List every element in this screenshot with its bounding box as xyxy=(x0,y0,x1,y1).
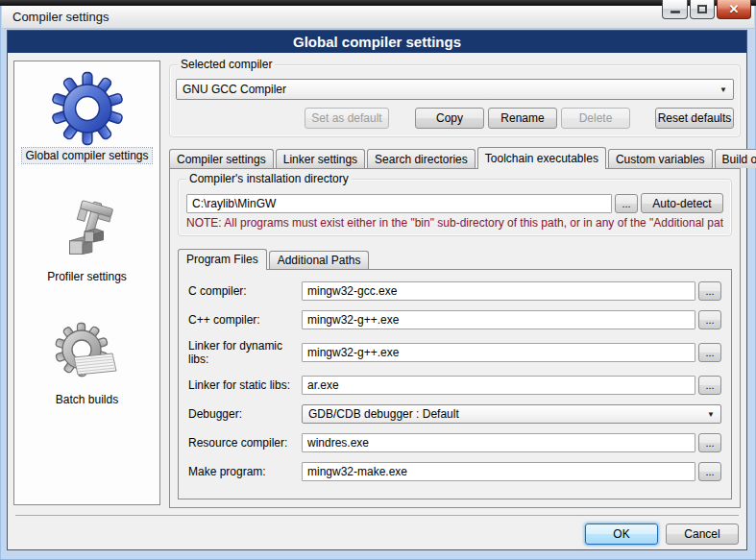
resource-compiler-input[interactable] xyxy=(302,433,695,452)
static-linker-browse-button[interactable]: ... xyxy=(698,376,721,395)
tab-linker-settings[interactable]: Linker settings xyxy=(276,149,365,168)
set-as-default-button[interactable]: Set as default xyxy=(305,108,389,129)
chevron-down-icon: ▼ xyxy=(701,410,715,419)
compiler-settings-window: Compiler settings ✕ Global compiler sett… xyxy=(0,0,756,560)
chevron-down-icon: ▼ xyxy=(714,85,727,94)
reset-defaults-button[interactable]: Reset defaults xyxy=(655,108,734,129)
sidebar-item-label: Profiler settings xyxy=(44,269,130,284)
window-title: Compiler settings xyxy=(12,10,109,24)
cpp-compiler-row: C++ compiler: ... xyxy=(188,310,721,329)
cpp-compiler-browse-button[interactable]: ... xyxy=(698,310,721,329)
tab-compiler-settings[interactable]: Compiler settings xyxy=(169,149,274,168)
ok-button[interactable]: OK xyxy=(585,523,658,545)
dialog-body: Global compiler settings xyxy=(8,59,746,507)
minimize-icon xyxy=(671,11,680,13)
toolchain-executables-panel: Compiler's installation directory ... Au… xyxy=(169,168,741,508)
caliper-icon xyxy=(53,200,120,267)
settings-content: Selected compiler GNU GCC Compiler ▼ Set… xyxy=(169,59,741,507)
make-program-label: Make program: xyxy=(188,465,302,478)
programs-subtabbar: Program Files Additional Paths xyxy=(178,248,732,269)
dynamic-linker-input[interactable] xyxy=(302,343,695,362)
c-compiler-input[interactable] xyxy=(302,281,695,301)
subtab-additional-paths[interactable]: Additional Paths xyxy=(269,251,370,269)
c-compiler-row: C compiler: ... xyxy=(188,281,721,301)
tab-build-options[interactable]: Build options xyxy=(715,149,756,168)
dynamic-linker-label: Linker for dynamic libs: xyxy=(188,339,302,366)
rename-button[interactable]: Rename xyxy=(488,108,557,129)
compiler-combobox-value: GNU GCC Compiler xyxy=(183,83,714,96)
titlebar[interactable]: Compiler settings xyxy=(2,6,754,29)
auto-detect-button[interactable]: Auto-detect xyxy=(641,193,723,213)
make-program-input[interactable] xyxy=(302,462,695,481)
cpp-compiler-input[interactable] xyxy=(302,310,695,329)
static-linker-label: Linker for static libs: xyxy=(188,378,302,392)
debugger-row: Debugger: GDB/CDB debugger : Default ▼ xyxy=(188,404,721,424)
installation-directory-input[interactable] xyxy=(186,194,612,213)
dynamic-linker-browse-button[interactable]: ... xyxy=(698,343,721,362)
cpp-compiler-label: C++ compiler: xyxy=(188,313,302,327)
sidebar-item-batch-builds[interactable]: Batch builds xyxy=(53,321,122,407)
page-title-banner: Global compiler settings xyxy=(8,31,746,53)
page-title: Global compiler settings xyxy=(293,34,461,50)
static-linker-input[interactable] xyxy=(302,376,695,395)
sidebar-item-global-compiler-settings[interactable]: Global compiler settings xyxy=(22,71,151,163)
copy-button[interactable]: Copy xyxy=(415,108,484,129)
resource-compiler-label: Resource compiler: xyxy=(188,436,302,450)
tab-toolchain-executables[interactable]: Toolchain executables xyxy=(477,147,606,169)
gear-stack-icon xyxy=(53,321,122,390)
installation-note: NOTE: All programs must exist either in … xyxy=(186,216,723,230)
compiler-combobox[interactable]: GNU GCC Compiler ▼ xyxy=(176,79,734,100)
compiler-actions: Set as default Copy Rename Delete Reset … xyxy=(176,108,734,129)
selected-compiler-group-label: Selected compiler xyxy=(178,58,275,71)
close-icon: ✕ xyxy=(729,2,740,16)
make-program-browse-button[interactable]: ... xyxy=(698,462,721,481)
gear-blue-icon xyxy=(50,71,125,146)
settings-tabbar: Compiler settings Linker settings Search… xyxy=(169,147,741,168)
minimize-button[interactable] xyxy=(662,0,688,19)
tab-custom-variables[interactable]: Custom variables xyxy=(608,149,713,168)
resource-compiler-browse-button[interactable]: ... xyxy=(698,433,721,452)
debugger-combobox-value: GDB/CDB debugger : Default xyxy=(308,407,701,421)
selected-compiler-group: Selected compiler GNU GCC Compiler ▼ Set… xyxy=(169,64,741,137)
static-linker-row: Linker for static libs: ... xyxy=(188,376,721,395)
delete-button[interactable]: Delete xyxy=(561,108,630,129)
programs-subnotebook: Program Files Additional Paths C compile… xyxy=(178,248,732,499)
cancel-button[interactable]: Cancel xyxy=(666,523,739,545)
tab-search-directories[interactable]: Search directories xyxy=(367,149,476,168)
make-program-row: Make program: ... xyxy=(188,462,721,481)
subtab-program-files[interactable]: Program Files xyxy=(178,249,267,270)
dialog-footer: OK Cancel xyxy=(15,515,739,545)
installation-directory-group-label: Compiler's installation directory xyxy=(186,172,352,185)
settings-category-list: Global compiler settings xyxy=(13,61,160,505)
browse-directory-button[interactable]: ... xyxy=(615,194,638,213)
program-files-panel: C compiler: ... C++ compiler: xyxy=(178,269,732,499)
sidebar-item-profiler-settings[interactable]: Profiler settings xyxy=(44,200,130,284)
debugger-label: Debugger: xyxy=(188,407,302,421)
debugger-combobox[interactable]: GDB/CDB debugger : Default ▼ xyxy=(302,404,721,424)
dynamic-linker-row: Linker for dynamic libs: ... xyxy=(188,339,721,366)
installation-directory-group: Compiler's installation directory ... Au… xyxy=(178,179,732,236)
c-compiler-label: C compiler: xyxy=(188,284,302,298)
installation-directory-row: ... Auto-detect xyxy=(186,193,723,213)
maximize-icon xyxy=(697,5,707,13)
resource-compiler-row: Resource compiler: ... xyxy=(188,433,721,452)
c-compiler-browse-button[interactable]: ... xyxy=(698,281,721,301)
sidebar-item-label: Global compiler settings xyxy=(22,148,151,163)
maximize-button[interactable] xyxy=(690,0,715,19)
dialog-client-area: Global compiler settings xyxy=(7,30,747,550)
sidebar-item-label: Batch builds xyxy=(53,392,121,407)
window-controls: ✕ xyxy=(662,0,751,19)
close-button[interactable]: ✕ xyxy=(717,0,751,19)
